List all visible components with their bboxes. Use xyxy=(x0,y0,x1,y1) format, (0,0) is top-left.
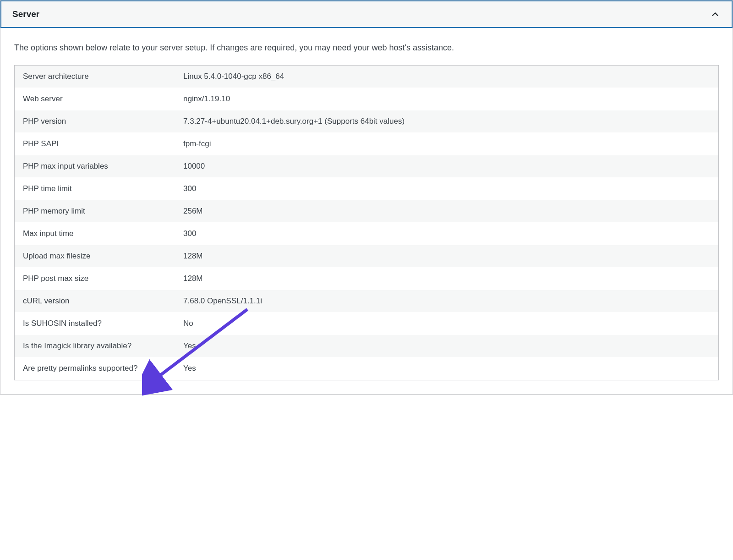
table-row: Upload max filesize128M xyxy=(15,245,718,268)
row-label: Server architecture xyxy=(15,66,175,88)
server-info-table: Server architectureLinux 5.4.0-1040-gcp … xyxy=(14,65,719,380)
panel-title: Server xyxy=(12,9,39,19)
row-value: 300 xyxy=(175,178,718,200)
table-row: Is SUHOSIN installed?No xyxy=(15,313,718,335)
row-label: PHP post max size xyxy=(15,268,175,290)
row-value: 256M xyxy=(175,200,718,222)
row-label: PHP memory limit xyxy=(15,200,175,222)
panel-description: The options shown below relate to your s… xyxy=(14,42,719,54)
table-row: PHP memory limit256M xyxy=(15,200,718,223)
row-label: PHP SAPI xyxy=(15,133,175,155)
row-label: Max input time xyxy=(15,223,175,245)
table-row: Are pretty permalinks supported?Yes xyxy=(15,357,718,380)
row-value: nginx/1.19.10 xyxy=(175,88,718,110)
chevron-up-icon xyxy=(710,9,721,20)
row-value: Yes xyxy=(175,357,718,379)
row-value: 10000 xyxy=(175,155,718,177)
row-value: No xyxy=(175,313,718,335)
row-value: 128M xyxy=(175,268,718,290)
table-row: Is the Imagick library available?Yes xyxy=(15,335,718,357)
panel-body: The options shown below relate to your s… xyxy=(0,28,733,394)
table-row: PHP version7.3.27-4+ubuntu20.04.1+deb.su… xyxy=(15,110,718,133)
row-label: PHP time limit xyxy=(15,178,175,200)
row-label: cURL version xyxy=(15,290,175,312)
row-value: Yes xyxy=(175,335,718,357)
row-value: 128M xyxy=(175,245,718,267)
table-row: PHP SAPIfpm-fcgi xyxy=(15,133,718,155)
row-value: fpm-fcgi xyxy=(175,133,718,155)
row-label: Are pretty permalinks supported? xyxy=(15,357,175,379)
panel-header-toggle[interactable]: Server xyxy=(0,0,733,28)
table-row: PHP time limit300 xyxy=(15,178,718,200)
table-row: PHP max input variables10000 xyxy=(15,155,718,178)
row-label: Is the Imagick library available? xyxy=(15,335,175,357)
row-label: Upload max filesize xyxy=(15,245,175,267)
server-panel: Server The options shown below relate to… xyxy=(0,0,733,395)
row-label: PHP max input variables xyxy=(15,155,175,177)
table-row: Server architectureLinux 5.4.0-1040-gcp … xyxy=(15,66,718,88)
table-row: Max input time300 xyxy=(15,223,718,245)
row-value: 300 xyxy=(175,223,718,245)
row-value: 7.68.0 OpenSSL/1.1.1i xyxy=(175,290,718,312)
row-value: Linux 5.4.0-1040-gcp x86_64 xyxy=(175,66,718,88)
row-label: Web server xyxy=(15,88,175,110)
row-label: Is SUHOSIN installed? xyxy=(15,313,175,335)
row-value: 7.3.27-4+ubuntu20.04.1+deb.sury.org+1 (S… xyxy=(175,110,718,132)
table-row: Web servernginx/1.19.10 xyxy=(15,88,718,110)
table-row: PHP post max size128M xyxy=(15,268,718,290)
row-label: PHP version xyxy=(15,110,175,132)
table-row: cURL version7.68.0 OpenSSL/1.1.1i xyxy=(15,290,718,313)
